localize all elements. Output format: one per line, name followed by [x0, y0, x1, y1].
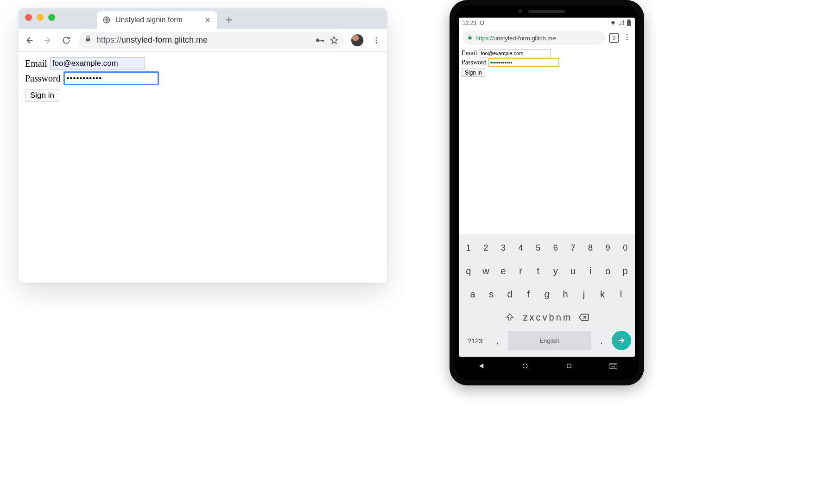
password-row: Password	[25, 71, 380, 85]
key-v[interactable]: v	[543, 308, 547, 327]
back-button[interactable]	[23, 34, 35, 46]
svg-point-12	[627, 37, 628, 38]
key-s[interactable]: s	[483, 284, 500, 304]
key-z[interactable]: z	[523, 308, 528, 327]
browser-tab[interactable]: Unstyled signin form	[97, 11, 217, 29]
key-c[interactable]: c	[536, 308, 541, 327]
nav-back-button[interactable]	[476, 361, 486, 371]
password-label: Password	[462, 59, 487, 66]
svg-rect-19	[613, 364, 614, 365]
key-a[interactable]: a	[464, 284, 481, 304]
key-w[interactable]: w	[478, 261, 494, 281]
key-6[interactable]: 6	[548, 238, 564, 258]
key-3[interactable]: 3	[495, 238, 511, 258]
signin-button[interactable]: Sign in	[462, 69, 485, 77]
wifi-icon	[610, 19, 616, 27]
comma-key[interactable]: ,	[489, 331, 506, 350]
minimize-window-button[interactable]	[37, 14, 44, 21]
password-field[interactable]	[488, 58, 559, 67]
key-7[interactable]: 7	[565, 238, 581, 258]
battery-icon	[627, 19, 631, 27]
tab-count-button[interactable]: 3	[609, 33, 619, 43]
key-g[interactable]: g	[538, 284, 555, 304]
email-field[interactable]	[50, 57, 145, 69]
shift-key[interactable]	[498, 308, 521, 327]
nav-home-button[interactable]	[520, 361, 530, 371]
new-tab-button[interactable]	[221, 12, 237, 28]
symbols-key[interactable]: ?123	[462, 331, 488, 350]
signin-button[interactable]: Sign in	[25, 89, 59, 102]
url-host: unstyled-form.glitch.me	[121, 35, 208, 44]
key-m[interactable]: m	[563, 308, 571, 327]
svg-rect-18	[611, 364, 612, 365]
key-k[interactable]: k	[594, 284, 611, 304]
key-q[interactable]: q	[461, 261, 476, 281]
mobile-menu-button[interactable]	[623, 33, 631, 43]
mobile-toolbar: https://unstyled-form.glitch.me 3	[459, 29, 635, 47]
status-time: 12:23	[462, 20, 476, 26]
key-8[interactable]: 8	[583, 238, 598, 258]
tab-title: Unstyled signin form	[115, 16, 199, 24]
phone-bezel: 12:23	[455, 6, 639, 380]
key-u[interactable]: u	[565, 261, 581, 281]
svg-rect-2	[319, 40, 323, 41]
key-d[interactable]: d	[501, 284, 518, 304]
nav-recent-button[interactable]	[564, 361, 574, 371]
nav-keyboard-button[interactable]	[608, 361, 618, 371]
keyboard-row-bottom: ?123 , English .	[461, 331, 633, 350]
key-1[interactable]: 1	[461, 238, 476, 258]
key-y[interactable]: y	[548, 261, 564, 281]
status-bar: 12:23	[459, 18, 635, 29]
key-5[interactable]: 5	[530, 238, 546, 258]
key-o[interactable]: o	[600, 261, 616, 281]
key-l[interactable]: l	[613, 284, 629, 304]
key-f[interactable]: f	[520, 284, 537, 304]
svg-point-14	[523, 364, 527, 368]
page-content: Email Password Sign in	[19, 52, 387, 107]
key-b[interactable]: b	[549, 308, 554, 327]
key-r[interactable]: r	[513, 261, 529, 281]
mobile-address-bar[interactable]: https://unstyled-form.glitch.me	[462, 31, 605, 45]
backspace-key[interactable]	[572, 308, 595, 327]
period-key[interactable]: .	[593, 331, 610, 350]
key-e[interactable]: e	[495, 261, 511, 281]
browser-menu-button[interactable]	[370, 34, 382, 46]
phone-speaker	[528, 10, 565, 13]
key-t[interactable]: t	[530, 261, 546, 281]
svg-rect-15	[567, 364, 570, 368]
space-key[interactable]: English	[508, 331, 591, 350]
forward-button[interactable]	[42, 34, 54, 46]
android-nav-bar	[459, 357, 635, 375]
phone-camera	[518, 9, 522, 13]
email-field[interactable]	[479, 49, 551, 57]
close-window-button[interactable]	[25, 14, 32, 21]
key-4[interactable]: 4	[513, 238, 529, 258]
profile-avatar[interactable]	[351, 34, 364, 47]
reload-button[interactable]	[60, 34, 72, 46]
svg-point-5	[376, 37, 377, 38]
key-p[interactable]: p	[617, 261, 633, 281]
keyboard-row-numbers: 1234567890	[461, 238, 633, 258]
key-j[interactable]: j	[576, 284, 592, 304]
password-field[interactable]	[63, 71, 159, 85]
key-icon[interactable]	[315, 35, 325, 45]
key-x[interactable]: x	[530, 308, 534, 327]
key-n[interactable]: n	[556, 308, 561, 327]
key-9[interactable]: 9	[600, 238, 616, 258]
key-i[interactable]: i	[583, 261, 598, 281]
mobile-page-content: Email Password Sign in	[459, 47, 635, 234]
key-0[interactable]: 0	[617, 238, 633, 258]
svg-point-8	[480, 21, 484, 25]
svg-rect-4	[323, 40, 324, 42]
svg-rect-20	[614, 364, 615, 365]
key-2[interactable]: 2	[478, 238, 494, 258]
close-tab-button[interactable]	[203, 16, 212, 24]
star-icon[interactable]	[329, 36, 339, 45]
maximize-window-button[interactable]	[48, 14, 55, 21]
soft-keyboard: 1234567890 qwertyuiop asdfghjkl zxcvbnm …	[459, 234, 635, 357]
key-h[interactable]: h	[557, 284, 574, 304]
email-label: Email	[462, 50, 477, 57]
email-row: Email	[462, 49, 632, 57]
enter-key[interactable]	[612, 331, 631, 350]
address-bar[interactable]: https://unstyled-form.glitch.me	[79, 32, 344, 49]
